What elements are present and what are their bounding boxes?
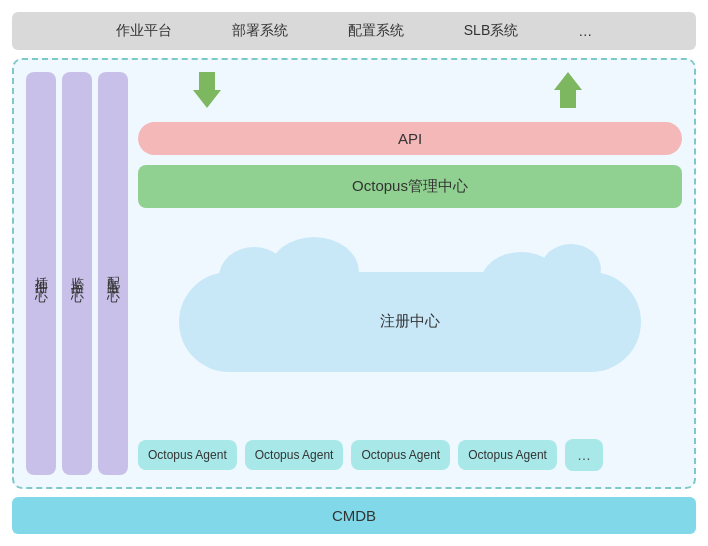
main-container: 插件中心 监控中心 配置中心 API O (12, 58, 696, 489)
agent-row: Octopus Agent Octopus Agent Octopus Agen… (138, 435, 682, 475)
arrow-up (554, 72, 582, 108)
api-bar: API (138, 122, 682, 155)
monitor-center-panel: 监控中心 (62, 72, 92, 475)
plugin-center-panel: 插件中心 (26, 72, 56, 475)
top-bar: 作业平台 部署系统 配置系统 SLB系统 … (12, 12, 696, 50)
agent-box-4: Octopus Agent (458, 440, 557, 470)
top-bar-item-config: 配置系统 (348, 22, 404, 40)
arrows-row (138, 72, 682, 112)
right-content: API Octopus管理中心 注册中心 Octopus Agent Octop… (138, 72, 682, 475)
config-center-panel: 配置中心 (98, 72, 128, 475)
cloud-extra2 (541, 244, 601, 294)
cmdb-bar: CMDB (12, 497, 696, 534)
left-panels: 插件中心 监控中心 配置中心 (26, 72, 128, 475)
agent-box-3: Octopus Agent (351, 440, 450, 470)
top-bar-item-job: 作业平台 (116, 22, 172, 40)
agent-box-2: Octopus Agent (245, 440, 344, 470)
agent-ellipsis: … (565, 439, 603, 471)
top-bar-item-slb: SLB系统 (464, 22, 518, 40)
agent-box-1: Octopus Agent (138, 440, 237, 470)
mgmt-bar: Octopus管理中心 (138, 165, 682, 208)
reg-center-wrapper: 注册中心 (138, 218, 682, 425)
reg-center-cloud: 注册中心 (179, 272, 641, 372)
top-bar-item-deploy: 部署系统 (232, 22, 288, 40)
arrow-down (193, 72, 221, 108)
top-bar-item-more: … (578, 23, 592, 39)
